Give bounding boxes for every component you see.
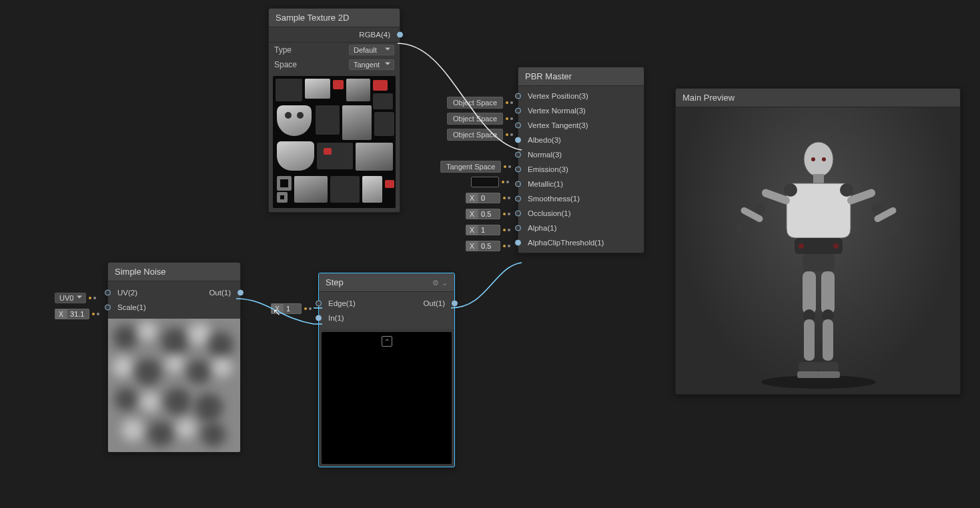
- node-pbr-master[interactable]: PBR Master Vertex Position(3) Vertex Nor…: [518, 67, 644, 253]
- svg-rect-19: [803, 271, 816, 314]
- connector-dots-icon: [506, 133, 513, 136]
- node-title: Sample Texture 2D: [276, 13, 349, 23]
- metallic-input[interactable]: X 0: [466, 193, 510, 203]
- port-edge-in[interactable]: Edge(1): [319, 296, 361, 311]
- port-dot-icon[interactable]: [515, 211, 521, 217]
- port-dot-icon[interactable]: [515, 152, 521, 158]
- svg-rect-26: [819, 362, 839, 371]
- port-rgba-out[interactable]: RGBA(4): [269, 27, 400, 42]
- alpha-input[interactable]: X 0.5: [466, 241, 510, 251]
- emission-swatch[interactable]: [471, 177, 509, 187]
- svg-point-6: [799, 243, 804, 249]
- svg-rect-20: [821, 271, 835, 314]
- port-vertex-tangent[interactable]: Vertex Tangent(3): [518, 118, 644, 133]
- port-noise-out[interactable]: Out(1): [203, 285, 240, 300]
- connector-dots-icon: [506, 101, 513, 104]
- field-space: Space Tangent: [269, 57, 400, 72]
- node-title: PBR Master: [525, 71, 572, 81]
- port-dot-icon[interactable]: [397, 32, 403, 38]
- svg-rect-25: [799, 362, 819, 371]
- noise-preview: [108, 319, 240, 452]
- svg-rect-27: [797, 371, 820, 378]
- port-vertex-position[interactable]: Vertex Position(3): [518, 89, 644, 103]
- node-sample-texture-2d[interactable]: Sample Texture 2D RGBA(4) Type Default S…: [268, 8, 400, 213]
- port-occlusion[interactable]: Occlusion(1): [518, 206, 644, 221]
- port-dot-icon[interactable]: [515, 123, 521, 129]
- svg-point-16: [872, 203, 883, 214]
- dropdown-space[interactable]: Tangent: [349, 59, 394, 70]
- port-dot-icon[interactable]: [515, 93, 521, 99]
- port-dot-icon[interactable]: [515, 108, 521, 114]
- port-step-out[interactable]: Out(1): [418, 296, 454, 311]
- port-dot-icon[interactable]: [105, 290, 111, 296]
- preview-viewport[interactable]: [676, 107, 960, 394]
- port-in-in[interactable]: In(1): [319, 311, 361, 325]
- svg-rect-18: [885, 223, 902, 237]
- node-title: Step: [326, 277, 344, 287]
- chevron-up-icon[interactable]: ⌃: [382, 336, 392, 347]
- port-alpha-clip[interactable]: AlphaClipThreshold(1): [518, 235, 644, 250]
- node-settings[interactable]: ⚙ ⌄: [432, 277, 448, 287]
- connector-dots-icon: [89, 297, 96, 299]
- smoothness-input[interactable]: X 0.5: [466, 209, 510, 219]
- port-dot-icon[interactable]: [316, 315, 322, 321]
- dropdown-type[interactable]: Default: [349, 45, 394, 55]
- port-albedo[interactable]: Albedo(3): [518, 133, 644, 147]
- node-title: Simple Noise: [115, 267, 166, 277]
- uv-selector[interactable]: UV0: [55, 293, 96, 303]
- port-uv-in[interactable]: UV(2): [108, 285, 151, 300]
- svg-rect-8: [803, 254, 835, 271]
- port-dot-icon[interactable]: [316, 301, 322, 307]
- color-swatch-icon[interactable]: [471, 177, 499, 187]
- chip-tangent-space[interactable]: Tangent Space: [440, 161, 511, 173]
- port-dot-icon[interactable]: [452, 301, 458, 307]
- node-header[interactable]: Sample Texture 2D: [269, 9, 400, 27]
- robot-preview-icon: [676, 107, 960, 394]
- occlusion-input[interactable]: X 1: [466, 225, 510, 235]
- panel-header[interactable]: Main Preview: [676, 89, 960, 107]
- connector-dots-icon: [504, 165, 511, 168]
- svg-point-14: [840, 183, 853, 197]
- node-simple-noise[interactable]: Simple Noise UV(2) Scale(1) Out(1): [107, 262, 241, 453]
- port-dot-icon[interactable]: [515, 196, 521, 202]
- port-normal[interactable]: Normal(3): [518, 147, 644, 162]
- connector-dots-icon: [92, 313, 99, 315]
- port-smoothness[interactable]: Smoothness(1): [518, 191, 644, 206]
- node-header[interactable]: Simple Noise: [108, 263, 240, 281]
- port-dot-icon[interactable]: [105, 305, 111, 311]
- field-type: Type Default: [269, 43, 400, 57]
- panel-main-preview[interactable]: Main Preview: [675, 88, 961, 395]
- port-scale-in[interactable]: Scale(1): [108, 300, 151, 315]
- gear-icon: ⚙: [432, 279, 439, 287]
- port-dot-icon[interactable]: [515, 225, 521, 231]
- chevron-down-icon: ⌄: [442, 279, 448, 287]
- port-vertex-normal[interactable]: Vertex Normal(3): [518, 103, 644, 118]
- scale-input[interactable]: X 31.1: [55, 309, 99, 319]
- chip-obj-space-3[interactable]: Object Space: [447, 129, 513, 141]
- port-dot-icon[interactable]: [515, 240, 521, 246]
- port-dot-icon[interactable]: [515, 137, 521, 143]
- port-dot-icon[interactable]: [237, 290, 243, 296]
- connector-dots-icon: [503, 245, 510, 247]
- connector-dots-icon: [506, 117, 513, 120]
- svg-point-11: [755, 203, 765, 214]
- node-header[interactable]: PBR Master: [518, 67, 644, 86]
- texture-atlas-preview: [273, 76, 396, 208]
- port-alpha[interactable]: Alpha(1): [518, 221, 644, 235]
- edge-input[interactable]: X 1: [271, 303, 312, 314]
- port-dot-icon[interactable]: [515, 181, 521, 187]
- connector-dots-icon: [502, 181, 509, 183]
- svg-rect-4: [813, 174, 824, 183]
- chip-obj-space-1[interactable]: Object Space: [447, 97, 513, 109]
- port-emission[interactable]: Emission(3): [518, 162, 644, 177]
- port-dot-icon[interactable]: [515, 167, 521, 173]
- svg-point-3: [822, 157, 826, 161]
- node-header[interactable]: Step ⚙ ⌄: [319, 273, 454, 292]
- port-metallic[interactable]: Metallic(1): [518, 177, 644, 191]
- chip-obj-space-2[interactable]: Object Space: [447, 113, 513, 125]
- node-step[interactable]: Step ⚙ ⌄ Edge(1) In(1) Out(1) ⌃: [318, 273, 455, 467]
- connector-dots-icon: [503, 197, 510, 199]
- connector-dots-icon: [503, 229, 510, 231]
- svg-rect-28: [817, 371, 840, 378]
- svg-rect-13: [734, 223, 751, 237]
